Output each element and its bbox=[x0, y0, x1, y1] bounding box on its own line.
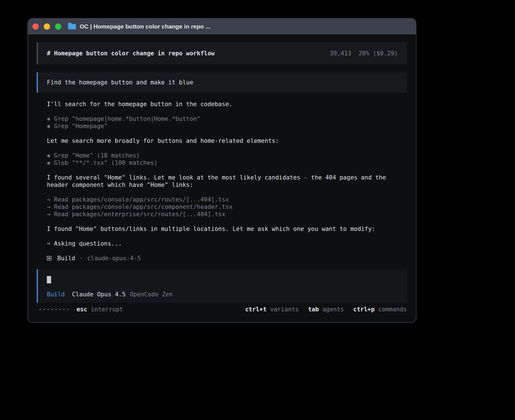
conversation: I'll search for the homepage button in t… bbox=[37, 100, 407, 262]
agent-status-line: Build · claude-opus-4-5 bbox=[47, 255, 397, 262]
shortcut-hint-commands: ctrl+p commands bbox=[353, 306, 407, 313]
spinner-dot bbox=[55, 309, 57, 310]
shortcut-hint-variants: ctrl+t variants bbox=[245, 306, 299, 313]
spinner-dot bbox=[63, 309, 65, 310]
titlebar-title-group: OC | Homepage button color change in rep… bbox=[68, 23, 210, 30]
prompt-input[interactable]: BuildClaude Opus 4.5OpenCode Zen bbox=[37, 269, 407, 303]
read-file-tool-call: → Read packages/console/app/src/componen… bbox=[47, 203, 397, 211]
commands-label: commands bbox=[378, 306, 407, 313]
terminal-window: OC | Homepage button color change in rep… bbox=[28, 19, 416, 322]
window-title: OC | Homepage button color change in rep… bbox=[80, 23, 210, 30]
user-message: Find the homepage button and make it blu… bbox=[37, 72, 407, 93]
assistant-message: I found several "Home" links. Let me loo… bbox=[47, 174, 397, 189]
read-file-tool-call: → Read packages/console/app/src/routes/[… bbox=[47, 196, 397, 203]
shortcut-hint-agents: tab agents bbox=[308, 306, 344, 313]
user-message-text: Find the homepage button and make it blu… bbox=[47, 79, 193, 86]
window-titlebar[interactable]: OC | Homepage button color change in rep… bbox=[28, 19, 416, 34]
terminal-content: # Homepage button color change in repo w… bbox=[28, 34, 416, 313]
session-title: # Homepage button color change in repo w… bbox=[47, 50, 215, 57]
spinner-dot bbox=[43, 309, 45, 310]
desktop-background: OC | Homepage button color change in rep… bbox=[0, 0, 515, 420]
spinner-dot bbox=[67, 309, 69, 310]
status-bar: esc interrupt ctrl+t variants tab agents… bbox=[37, 306, 407, 313]
tool-call-group: ✱ Grep "homepage|home.*button|Home.*butt… bbox=[47, 115, 397, 130]
model-provider-label: OpenCode Zen bbox=[130, 291, 173, 298]
close-window-button[interactable] bbox=[32, 23, 39, 30]
traffic-lights bbox=[32, 23, 61, 30]
tool-call-group: → Read packages/console/app/src/routes/[… bbox=[47, 196, 397, 218]
minimize-window-button[interactable] bbox=[44, 23, 50, 30]
tab-key-hint: tab bbox=[308, 306, 319, 313]
esc-key-hint: esc bbox=[77, 306, 87, 313]
tool-call-group: ✱ Grep "Home" (18 matches) ✱ Glob "**/*.… bbox=[47, 152, 397, 167]
ctrl-t-key-hint: ctrl+t bbox=[245, 306, 267, 313]
assistant-message: Let me search more broadly for buttons a… bbox=[47, 137, 397, 145]
agent-build-icon bbox=[47, 256, 51, 261]
assistant-message: I found "Home" buttons/links in multiple… bbox=[47, 225, 397, 233]
model-info-line: BuildClaude Opus 4.5OpenCode Zen bbox=[47, 291, 398, 298]
spinner-dot bbox=[59, 309, 61, 310]
session-header: # Homepage button color change in repo w… bbox=[37, 42, 407, 64]
spinner-dot bbox=[40, 309, 41, 310]
asking-questions-status: ~ Asking questions... bbox=[47, 240, 397, 247]
grep-tool-call: ✱ Grep "homepage|home.*button|Home.*butt… bbox=[47, 115, 397, 123]
desktop: { "window": { "title": "OC | Homepage bu… bbox=[0, 0, 515, 420]
spinner-dot bbox=[51, 309, 53, 310]
text-cursor bbox=[47, 276, 51, 283]
active-model-label: Claude Opus 4.5 bbox=[72, 291, 126, 298]
separator-dot: · bbox=[79, 255, 83, 262]
agents-label: agents bbox=[322, 306, 344, 313]
folder-icon bbox=[68, 24, 76, 29]
read-file-tool-call: → Read packages/enterprise/src/routes/[.… bbox=[47, 211, 397, 218]
prompt-input-line[interactable] bbox=[47, 276, 398, 283]
variants-label: variants bbox=[270, 306, 299, 313]
token-count: 39,413 bbox=[330, 50, 351, 57]
agent-name: Build bbox=[57, 255, 75, 262]
spinner-dot bbox=[47, 309, 49, 310]
session-stats: 39,41320% ($0.29) bbox=[330, 50, 398, 57]
status-bar-left: esc interrupt bbox=[37, 306, 123, 313]
grep-tool-call: ✱ Grep "Homepage" bbox=[47, 123, 397, 130]
status-bar-right: ctrl+t variants tab agents ctrl+p comman… bbox=[245, 306, 407, 313]
ctrl-p-key-hint: ctrl+p bbox=[353, 306, 375, 313]
progress-spinner-icon bbox=[40, 309, 69, 310]
agent-model: claude-opus-4-5 bbox=[87, 255, 141, 262]
assistant-message: I'll search for the homepage button in t… bbox=[47, 100, 397, 108]
active-agent-label: Build bbox=[47, 291, 65, 298]
grep-tool-call: ✱ Grep "Home" (18 matches) bbox=[47, 152, 397, 159]
glob-tool-call: ✱ Glob "**/*.tsx" (100 matches) bbox=[47, 159, 397, 167]
zoom-window-button[interactable] bbox=[55, 23, 61, 30]
context-usage: 20% ($0.29) bbox=[359, 50, 398, 57]
esc-key-label: interrupt bbox=[91, 306, 123, 313]
